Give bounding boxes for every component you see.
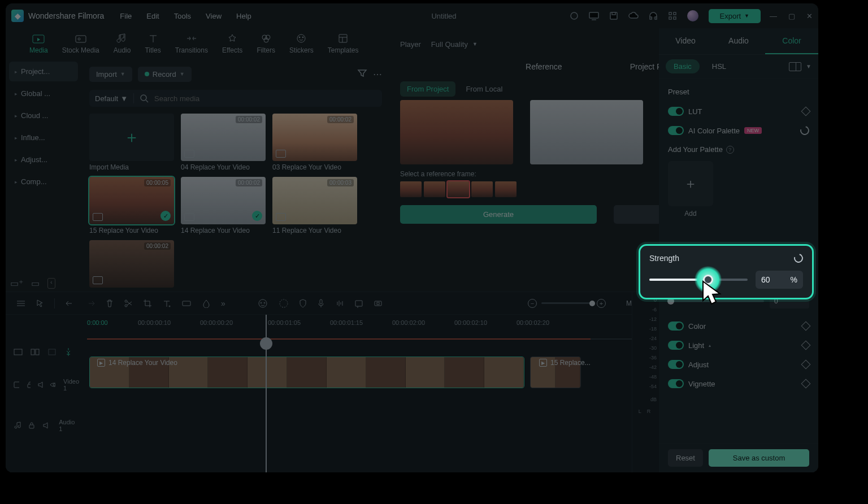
mic-icon[interactable] [317, 298, 325, 309]
apps-icon[interactable] [668, 11, 677, 20]
marker-icon[interactable] [354, 299, 363, 308]
mute-audio-icon[interactable] [42, 422, 51, 429]
strength-value[interactable]: 60% [756, 271, 803, 289]
tree-adjust[interactable]: ▸Adjust... [9, 150, 78, 170]
ai-face-icon[interactable] [257, 298, 268, 309]
media-clip[interactable]: 00:00:02 [89, 240, 174, 288]
tab-titles[interactable]: Titles [138, 31, 167, 57]
ai-color-toggle[interactable] [668, 126, 684, 135]
compare-view-icon[interactable] [789, 62, 801, 71]
track-view-icon[interactable] [14, 348, 23, 356]
collapse-tree-icon[interactable]: ‹ [47, 278, 55, 289]
vignette-keyframe-icon[interactable] [801, 379, 811, 389]
keyframe-icon[interactable] [374, 299, 383, 308]
save-icon[interactable] [609, 11, 618, 20]
frame-thumb[interactable] [424, 181, 445, 197]
redo-icon[interactable] [85, 299, 96, 307]
close-icon[interactable]: ✕ [806, 12, 813, 20]
more-icon[interactable]: ⋯ [373, 69, 382, 80]
export-button[interactable]: Export▼ [709, 9, 761, 23]
user-avatar[interactable] [687, 10, 698, 21]
strength-slider[interactable] [649, 279, 748, 281]
delete-icon[interactable] [106, 299, 114, 308]
color-keyframe-icon[interactable] [801, 321, 811, 331]
video-track-row[interactable]: ▶14 Replace Your Video ▶15 Replace... [87, 353, 659, 394]
import-media-button[interactable]: ＋ [89, 114, 174, 161]
lock-icon[interactable] [28, 422, 35, 429]
minimize-icon[interactable]: — [770, 12, 777, 20]
ai-color-reset-icon[interactable] [798, 124, 811, 137]
more-tools-icon[interactable]: » [221, 299, 225, 308]
zoom-slider[interactable] [541, 302, 592, 304]
generate-button[interactable]: Generate [400, 205, 597, 224]
lut-toggle[interactable] [668, 107, 684, 116]
from-project-tab[interactable]: From Project [400, 81, 455, 97]
track-magnetic-icon[interactable] [47, 348, 57, 356]
zoom-in-icon[interactable]: + [597, 299, 606, 308]
snap-icon[interactable] [64, 347, 72, 357]
menu-tools[interactable]: Tools [174, 12, 191, 20]
media-clip[interactable]: 00:00:02 [272, 114, 357, 161]
tab-filters[interactable]: Filters [250, 31, 282, 57]
filter-icon[interactable] [357, 68, 367, 80]
light-keyframe-icon[interactable] [801, 341, 811, 350]
quality-dropdown[interactable]: Full Quality▼ [431, 40, 478, 49]
menu-view[interactable]: View [206, 12, 222, 20]
tab-templates[interactable]: Templates [321, 31, 366, 57]
monitor-icon[interactable] [589, 11, 599, 20]
media-clip[interactable]: 00:00:03 [272, 177, 357, 224]
tab-stock-media[interactable]: Stock Media [55, 31, 106, 57]
menu-edit[interactable]: Edit [146, 12, 159, 20]
new-folder-icon[interactable]: ▭⁺ [10, 278, 23, 289]
maximize-icon[interactable]: ▢ [788, 12, 795, 20]
timeline-ruler[interactable]: 0:00:00 00:00:00:10 00:00:00:20 00:00:01… [87, 315, 659, 340]
frame-thumb[interactable] [400, 181, 422, 197]
media-clip[interactable]: 00:00:02 [181, 114, 266, 161]
tree-comp[interactable]: ▸Comp... [9, 172, 78, 192]
tree-project[interactable]: ▸Project... [9, 62, 78, 81]
from-local-tab[interactable]: From Local [459, 81, 509, 97]
record-dropdown[interactable]: Record▼ [138, 67, 192, 82]
menu-help[interactable]: Help [236, 12, 251, 20]
strength-reset-icon[interactable] [792, 252, 805, 264]
light-section-toggle[interactable] [668, 341, 684, 350]
search-input[interactable] [154, 94, 376, 103]
adjust-keyframe-icon[interactable] [801, 360, 811, 370]
save-as-custom-button[interactable]: Save as custom [709, 449, 809, 467]
lut-keyframe-icon[interactable] [801, 107, 811, 116]
color-subtab-basic[interactable]: Basic [666, 59, 700, 73]
split-icon[interactable] [124, 299, 133, 308]
color-icon[interactable] [202, 299, 211, 308]
shield-icon[interactable] [299, 298, 307, 309]
pointer-icon[interactable] [36, 299, 44, 308]
inspector-tab-video[interactable]: Video [659, 28, 712, 54]
tab-audio[interactable]: Audio [107, 31, 138, 57]
inspector-tab-audio[interactable]: Audio [712, 28, 765, 54]
subtab-more-icon[interactable]: ▼ [806, 63, 811, 69]
media-clip[interactable]: 00:00:02✓ [181, 177, 266, 224]
text-icon[interactable] [162, 299, 171, 308]
frame-thumb-selected[interactable] [448, 181, 469, 197]
tab-effects[interactable]: Effects [215, 31, 249, 57]
timeline-options-icon[interactable] [16, 299, 26, 308]
info-icon[interactable]: ? [726, 146, 734, 154]
tree-cloud[interactable]: ▸Cloud ... [9, 106, 78, 125]
cloud-icon[interactable] [628, 12, 639, 20]
tab-media[interactable]: Media [23, 31, 55, 57]
menu-file[interactable]: File [120, 12, 132, 20]
frame-thumb[interactable] [471, 181, 493, 197]
track-link-icon[interactable] [31, 348, 40, 356]
frame-thumb[interactable] [495, 181, 517, 197]
color-section-toggle[interactable] [668, 321, 684, 331]
undo-icon[interactable] [65, 299, 75, 307]
reset-button[interactable]: Reset [668, 449, 703, 467]
lock-icon[interactable] [26, 381, 31, 389]
inspector-tab-color[interactable]: Color [765, 28, 818, 54]
speed-icon[interactable] [181, 299, 192, 307]
add-palette-button[interactable]: ＋ [668, 161, 713, 206]
zoom-out-icon[interactable]: − [528, 299, 537, 308]
headphones-icon[interactable] [649, 11, 658, 20]
tree-global[interactable]: ▸Global ... [9, 84, 78, 103]
color-subtab-hsl[interactable]: HSL [704, 59, 734, 73]
visibility-icon[interactable] [50, 381, 55, 388]
